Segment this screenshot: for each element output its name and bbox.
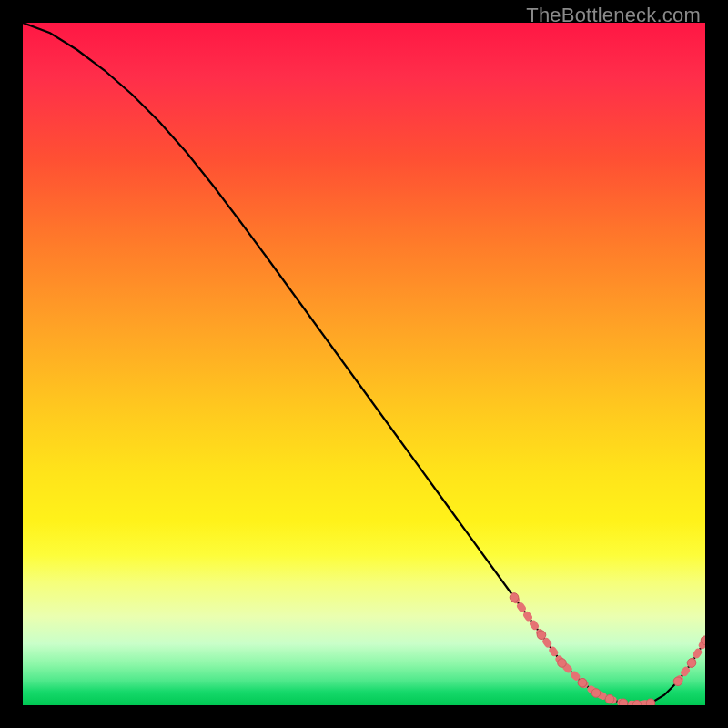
highlight-marker bbox=[592, 689, 601, 698]
highlight-marker bbox=[673, 677, 682, 686]
highlight-marker bbox=[632, 700, 642, 705]
chart-svg bbox=[23, 23, 705, 705]
highlight-marker bbox=[510, 593, 519, 602]
highlight-segment bbox=[514, 598, 582, 683]
highlight-marker bbox=[578, 678, 587, 687]
highlight-marker bbox=[537, 631, 546, 640]
chart-stage: TheBottleneck.com bbox=[0, 0, 728, 728]
plot-group bbox=[23, 23, 705, 705]
highlight-marker bbox=[605, 694, 614, 703]
highlight-segments bbox=[514, 598, 705, 705]
highlight-marker bbox=[701, 636, 705, 645]
bottleneck-curve bbox=[23, 23, 705, 704]
highlight-markers bbox=[510, 593, 705, 705]
highlight-marker bbox=[687, 659, 696, 668]
highlight-marker bbox=[558, 659, 567, 668]
highlight-marker bbox=[646, 699, 655, 705]
highlight-marker bbox=[619, 699, 628, 705]
